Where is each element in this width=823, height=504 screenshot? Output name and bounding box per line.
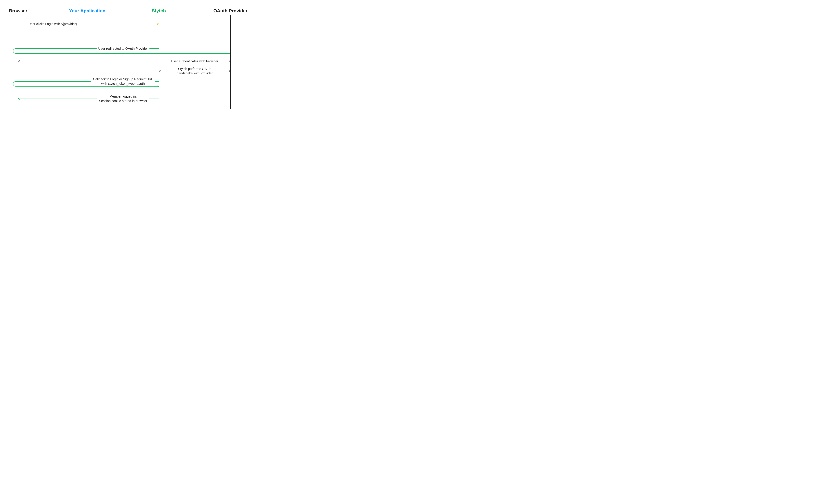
message-m2: User redirected to OAuth Provider	[97, 46, 149, 51]
participant-app: Your Application	[69, 8, 106, 13]
lifeline-browser	[18, 15, 18, 109]
participant-stytch: Stytch	[152, 8, 166, 13]
message-m3: User authenticates with Provider	[169, 59, 220, 64]
lifeline-stytch	[159, 15, 159, 109]
lifeline-provider	[230, 15, 230, 109]
lifeline-app	[87, 15, 88, 109]
message-m6: Member logged in,Session cookie stored i…	[97, 94, 149, 104]
message-m4: Stytch performs OAuthhandshake with Prov…	[175, 66, 214, 76]
message-m5: Callback to Login or Signup RedirectURLw…	[92, 77, 155, 86]
participant-provider: OAuth Provider	[213, 8, 248, 13]
participant-browser: Browser	[9, 8, 27, 13]
message-m1: User clicks Login with ${provider}	[27, 21, 79, 26]
